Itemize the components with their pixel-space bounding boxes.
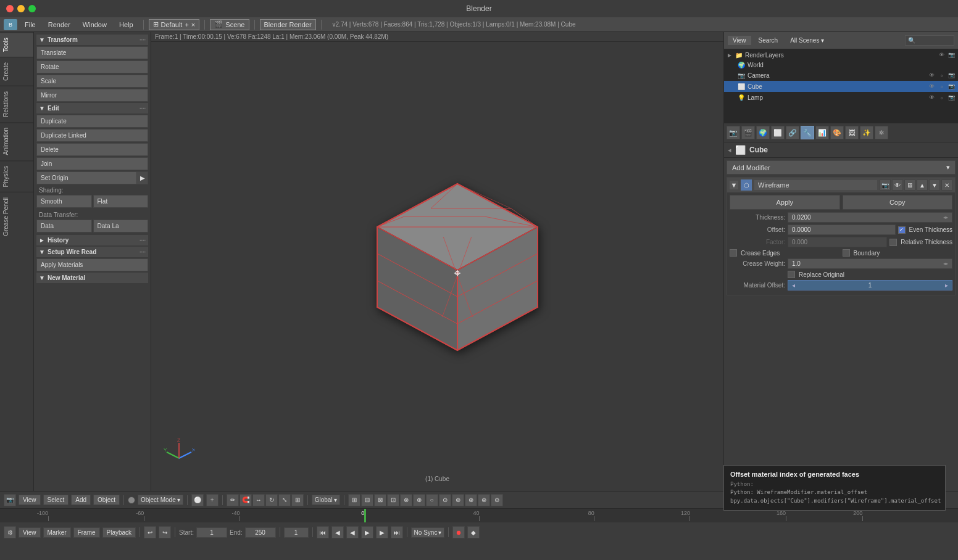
add-menu[interactable]: Add bbox=[71, 495, 91, 505]
material-offset-field[interactable]: ◂ 1 ▸ bbox=[788, 280, 952, 290]
data-la-button[interactable]: Data La bbox=[93, 220, 149, 233]
modifiers-icon[interactable]: 🔧 bbox=[801, 126, 814, 139]
keyframe-icon[interactable]: ◆ bbox=[467, 526, 480, 538]
grid-icon11[interactable]: ⊜ bbox=[478, 494, 490, 506]
draw-icon[interactable]: ✏ bbox=[227, 494, 239, 506]
view-menu[interactable]: View bbox=[19, 495, 41, 505]
even-thickness-checkbox[interactable] bbox=[898, 226, 906, 234]
crease-edges-checkbox[interactable] bbox=[730, 249, 737, 257]
end-field[interactable]: 250 bbox=[245, 527, 276, 538]
camera-eye-icon[interactable]: 👁 bbox=[927, 71, 936, 80]
move-icon[interactable]: ↔ bbox=[252, 494, 265, 506]
set-origin-button[interactable]: Set Origin ▶ bbox=[36, 171, 148, 184]
maximize-button[interactable] bbox=[28, 5, 36, 12]
timeline-settings-icon[interactable]: ⚙ bbox=[4, 526, 16, 538]
relative-thickness-checkbox[interactable] bbox=[889, 239, 897, 246]
join-button[interactable]: Join bbox=[36, 157, 148, 170]
material-icon[interactable]: 🎨 bbox=[830, 126, 844, 139]
all-scenes-dropdown[interactable]: All Scenes ▾ bbox=[785, 36, 829, 45]
select-menu[interactable]: Select bbox=[43, 495, 69, 505]
grid-icon8[interactable]: ⊙ bbox=[439, 494, 451, 506]
marker-btn[interactable]: Marker bbox=[43, 527, 71, 538]
camera-icon[interactable]: 📷 bbox=[947, 51, 956, 59]
apply-button[interactable]: Apply bbox=[730, 195, 840, 210]
back-arrow-icon[interactable]: ◂ bbox=[728, 146, 731, 154]
window-controls[interactable] bbox=[6, 5, 36, 12]
grid-icon1[interactable]: ⊞ bbox=[348, 494, 360, 506]
global-dropdown[interactable]: Global ▾ bbox=[312, 495, 340, 505]
mirror-button[interactable]: Mirror bbox=[36, 89, 148, 102]
object-menu[interactable]: Object bbox=[93, 495, 120, 505]
current-frame-field[interactable] bbox=[284, 527, 309, 538]
engine-dropdown[interactable]: Blender Render bbox=[260, 19, 316, 30]
object-props-icon[interactable]: ⬜ bbox=[771, 126, 785, 139]
mode-dropdown[interactable]: Object Mode ▾ bbox=[138, 495, 183, 505]
scene-props-icon[interactable]: 🎬 bbox=[741, 126, 755, 139]
jump-end-icon[interactable]: ⏭ bbox=[391, 526, 403, 538]
modifier-camera-icon[interactable]: 📷 bbox=[880, 179, 891, 191]
eye-icon[interactable]: 👁 bbox=[937, 51, 946, 59]
edit-section-header[interactable]: ▼ Edit ···· bbox=[36, 103, 148, 113]
duplicate-button[interactable]: Duplicate bbox=[36, 115, 148, 128]
apply-materials-button[interactable]: Apply Materials bbox=[36, 258, 148, 271]
minimize-button[interactable] bbox=[17, 5, 25, 12]
outliner-render-layers[interactable]: ► 📁 RenderLayers 👁 📷 bbox=[724, 49, 958, 60]
delete-button[interactable]: Delete bbox=[36, 143, 148, 156]
data-button[interactable]: Data bbox=[36, 220, 92, 233]
next-frame-icon[interactable]: ▶ bbox=[376, 526, 388, 538]
replace-original-checkbox[interactable] bbox=[788, 271, 795, 278]
modifier-down-icon[interactable]: ▼ bbox=[929, 179, 940, 191]
playback-btn[interactable]: Playback bbox=[102, 527, 136, 538]
rotate-button[interactable]: Rotate bbox=[36, 60, 148, 73]
scale-button[interactable]: Scale bbox=[36, 75, 148, 88]
grid-icon12[interactable]: ⊝ bbox=[491, 494, 503, 506]
add-modifier-button[interactable]: Add Modifier ▾ bbox=[727, 160, 956, 175]
modifier-eye-icon[interactable]: 👁 bbox=[892, 179, 903, 191]
transform-section-header[interactable]: ▼ Transform ···· bbox=[36, 35, 148, 45]
grid-icon3[interactable]: ⊠ bbox=[374, 494, 386, 506]
modifier-delete-icon[interactable]: ✕ bbox=[941, 179, 952, 191]
snap-icon[interactable]: 🧲 bbox=[240, 494, 252, 506]
particles-icon[interactable]: ✨ bbox=[860, 126, 873, 139]
flat-button[interactable]: Flat bbox=[93, 195, 149, 208]
camera-select-icon[interactable]: ⬦ bbox=[937, 71, 946, 80]
cube-select-icon[interactable]: ⬦ bbox=[937, 82, 946, 91]
tab-physics[interactable]: Physics bbox=[0, 160, 33, 192]
render-props-icon[interactable]: 📷 bbox=[727, 126, 740, 139]
tab-create[interactable]: Create bbox=[0, 57, 33, 86]
tab-tools[interactable]: Tools bbox=[0, 32, 33, 57]
play-back-icon[interactable]: ◀ bbox=[346, 526, 359, 538]
transform-icon[interactable]: ⊞ bbox=[291, 494, 304, 506]
lamp-render-icon[interactable]: 📷 bbox=[947, 93, 956, 102]
modifier-toggle[interactable]: ▼ bbox=[730, 181, 738, 189]
viewport-icon2[interactable]: + bbox=[206, 494, 219, 506]
cube-eye-icon[interactable]: 👁 bbox=[927, 82, 936, 91]
jump-start-icon[interactable]: ⏮ bbox=[317, 526, 329, 538]
constraints-icon[interactable]: 🔗 bbox=[786, 126, 799, 139]
close-button[interactable] bbox=[6, 5, 14, 12]
play-icon[interactable]: ▶ bbox=[361, 526, 373, 538]
tab-relations[interactable]: Relations bbox=[0, 86, 33, 122]
thickness-field[interactable]: 0.0200 ◂▸ bbox=[788, 212, 952, 223]
copy-button[interactable]: Copy bbox=[843, 195, 953, 210]
timeline-ruler[interactable]: -100 -60 -40 0 40 80 120 160 bbox=[0, 509, 958, 522]
loop-icon[interactable]: ↩ bbox=[144, 526, 156, 538]
frame-btn[interactable]: Frame bbox=[73, 527, 100, 538]
lamp-select-icon[interactable]: ⬦ bbox=[937, 93, 946, 102]
modifier-name-field[interactable]: Wireframe bbox=[754, 180, 877, 190]
sync-dropdown[interactable]: No Sync ▾ bbox=[411, 527, 445, 538]
menu-help[interactable]: Help bbox=[114, 20, 138, 30]
smooth-button[interactable]: Smooth bbox=[36, 195, 92, 208]
viewport-canvas[interactable]: X Y Z (1) Cube bbox=[151, 42, 723, 487]
boundary-checkbox[interactable] bbox=[843, 249, 850, 257]
grid-icon6[interactable]: ⊕ bbox=[413, 494, 425, 506]
loop2-icon[interactable]: ↪ bbox=[159, 526, 171, 538]
menu-render[interactable]: Render bbox=[43, 20, 75, 30]
start-field[interactable]: 1 bbox=[196, 527, 227, 538]
history-section-header[interactable]: ► History ···· bbox=[36, 235, 148, 245]
rotate-viewport-icon[interactable]: ↻ bbox=[265, 494, 278, 506]
grid-icon2[interactable]: ⊟ bbox=[361, 494, 373, 506]
modifier-up-icon[interactable]: ▲ bbox=[917, 179, 928, 191]
new-material-header[interactable]: ▼ New Material bbox=[36, 273, 148, 283]
duplicate-linked-button[interactable]: Duplicate Linked bbox=[36, 129, 148, 142]
